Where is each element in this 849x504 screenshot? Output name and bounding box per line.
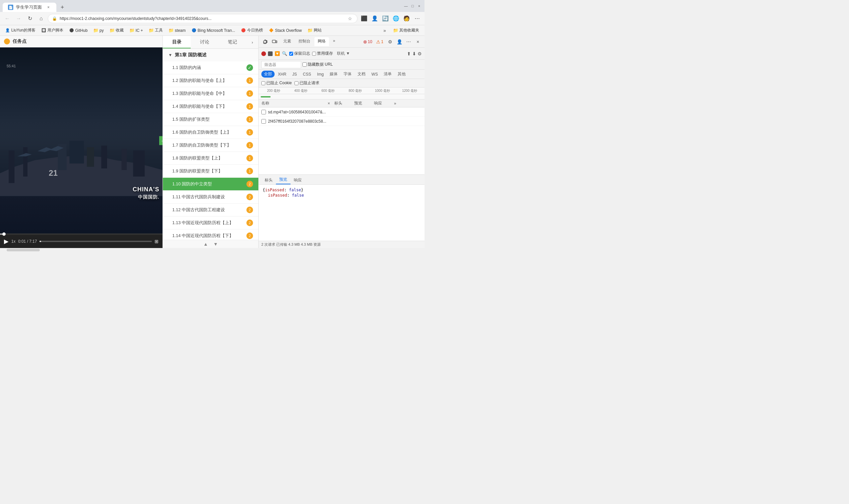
bookmark-liuyun[interactable]: 👤 LiuYun的博客	[3, 26, 38, 35]
star-icon[interactable]: ☆	[347, 15, 353, 22]
lesson-1-10[interactable]: 1.10 国防的中立类型 2	[163, 178, 258, 191]
dt-tab-network[interactable]: 网络	[314, 37, 329, 46]
type-filter-xhr[interactable]: XHR	[275, 71, 289, 77]
bookmark-py[interactable]: 📁 py	[91, 27, 106, 34]
detail-tab-headers[interactable]: 标头	[261, 176, 276, 184]
bookmark-collection[interactable]: 📁 收藏	[107, 26, 126, 35]
detail-tab-response[interactable]: 响应	[290, 176, 305, 184]
bottom-scrollbar[interactable]	[0, 248, 424, 252]
devtools-close-button[interactable]: ×	[414, 38, 422, 46]
video-progress-bar[interactable]	[0, 233, 163, 235]
play-button[interactable]: ▶	[4, 238, 8, 245]
lesson-1-1[interactable]: 1.1 国防的内涵 ✓	[163, 61, 258, 74]
search-icon[interactable]: 🔍	[282, 51, 287, 56]
video-container[interactable]: 55:41 CHINA'S 中国国防. 21 ◁	[0, 48, 163, 233]
bookmark-github[interactable]: ⚫ GitHub	[67, 27, 90, 34]
bookmark-bing[interactable]: 🔵 Bing Microsoft Tran...	[189, 27, 238, 34]
back-button[interactable]: ←	[3, 14, 12, 23]
menu-button[interactable]: ⋯	[413, 14, 422, 23]
preserve-log-input[interactable]	[289, 52, 293, 56]
lesson-1-6[interactable]: 1.6 国防的自卫防御类型【上】 1	[163, 126, 258, 139]
translate-button[interactable]: 🌐	[391, 14, 401, 23]
type-filter-font[interactable]: 字体	[341, 71, 354, 77]
tab-notes[interactable]: 笔记	[219, 36, 247, 49]
bottom-scroll-thumb[interactable]	[7, 249, 40, 251]
side-tab[interactable]: ◁	[159, 136, 163, 145]
bookmark-web[interactable]: 📁 网站	[305, 26, 324, 35]
row2-checkbox[interactable]	[261, 119, 266, 124]
bookmark-tools[interactable]: 📁 工具	[146, 26, 165, 35]
tab-discussion[interactable]: 讨论	[191, 36, 219, 49]
speed-display[interactable]: 1x	[11, 239, 16, 244]
network-settings-icon[interactable]: ⚙	[417, 51, 422, 56]
dt-tab-more[interactable]: »	[330, 37, 339, 46]
lesson-1-14[interactable]: 1.14 中国近现代国防历程【下】 2	[163, 230, 258, 240]
bookmark-stackoverflow[interactable]: 🔶 Stack Overflow	[266, 27, 304, 34]
filter-input[interactable]	[261, 61, 301, 68]
lesson-1-13[interactable]: 1.13 中国近现代国防历程【上】 2	[163, 217, 258, 230]
forward-button[interactable]: →	[14, 14, 23, 23]
disable-cache-input[interactable]	[312, 52, 316, 56]
lesson-1-7[interactable]: 1.7 国防的自卫防御类型【下】 1	[163, 139, 258, 152]
sync-button[interactable]: 🔄	[381, 14, 390, 23]
inspect-element-button[interactable]	[261, 38, 269, 46]
upload-icon[interactable]: ⬆	[407, 51, 411, 56]
bookmarks-more-button[interactable]: »	[381, 26, 389, 35]
blocked-requests-checkbox[interactable]: 已阻止请求	[294, 80, 319, 86]
devtools-more-button[interactable]: ⋯	[404, 38, 413, 46]
address-bar[interactable]: 🔒 https://mooc1-2.chaoxing.com/mycourse/…	[48, 14, 358, 23]
row1-checkbox[interactable]	[261, 110, 266, 114]
type-filter-all[interactable]: 全部	[261, 71, 275, 77]
detail-tab-preview[interactable]: 预览	[276, 175, 290, 184]
devtools-dock-button[interactable]: 👤	[395, 38, 403, 46]
chapter-collapse-button[interactable]: ▼	[168, 53, 172, 57]
type-filter-img[interactable]: Img	[314, 71, 326, 77]
disable-cache-checkbox[interactable]: 禁用缓存	[312, 51, 333, 56]
fullscreen-button[interactable]: ⊞	[155, 239, 159, 244]
type-filter-manifest[interactable]: 清单	[381, 71, 394, 77]
download-icon[interactable]: ⬇	[412, 51, 416, 56]
blocked-cookies-checkbox[interactable]: 已阻止 Cookie	[261, 80, 292, 86]
dt-tab-console[interactable]: 控制台	[295, 37, 314, 46]
blocked-requests-input[interactable]	[294, 81, 299, 85]
bookmark-other[interactable]: 📁 其他收藏夹	[391, 26, 422, 35]
tab-catalog[interactable]: 目录	[163, 36, 191, 49]
close-button[interactable]: ×	[417, 3, 422, 8]
hide-data-url-input[interactable]	[303, 62, 307, 67]
lesson-1-4[interactable]: 1.4 国防的职能与使命【下】 1	[163, 100, 258, 113]
record-button[interactable]	[261, 51, 266, 56]
lesson-1-12[interactable]: 1.12 中国古代国防工程建设 2	[163, 203, 258, 217]
profile-button[interactable]: 👤	[370, 14, 379, 23]
lesson-1-11[interactable]: 1.11 中国古代国防兵制建设 2	[163, 191, 258, 203]
lesson-1-8[interactable]: 1.8 国防的联盟类型【上】 1	[163, 152, 258, 165]
progress-area[interactable]	[39, 241, 152, 242]
lesson-1-9[interactable]: 1.9 国防的联盟类型【下】 1	[163, 165, 258, 178]
preserve-log-checkbox[interactable]: 保留日志	[289, 51, 310, 56]
network-row-2[interactable]: 2f457ff0164f3207087e8803c58...	[259, 117, 424, 126]
hide-data-url-checkbox[interactable]: 隐藏数据 URL	[303, 62, 332, 67]
network-row-1[interactable]: sd.mp4?at=16058643010047&...	[259, 107, 424, 117]
lesson-1-5[interactable]: 1.5 国防的扩张类型 1	[163, 113, 258, 126]
type-filter-media[interactable]: 媒体	[327, 71, 340, 77]
scroll-up-button[interactable]: ▲	[203, 241, 208, 247]
online-button[interactable]: 联机 ▼	[335, 50, 352, 57]
filter-icon[interactable]: 🔽	[275, 51, 280, 56]
device-toolbar-button[interactable]	[271, 38, 278, 46]
dt-tab-elements[interactable]: 元素	[280, 37, 294, 46]
extensions-button[interactable]: ⬛	[360, 14, 369, 23]
blocked-cookies-input[interactable]	[261, 81, 265, 85]
type-filter-js[interactable]: JS	[290, 71, 300, 77]
devtools-settings-button[interactable]: ⚙	[386, 38, 394, 46]
lesson-1-3[interactable]: 1.3 国防的职能与使命【中】 1	[163, 87, 258, 100]
scroll-down-button[interactable]: ▼	[213, 241, 218, 247]
new-tab-button[interactable]: +	[58, 3, 67, 12]
bookmark-steam[interactable]: 📁 steam	[166, 27, 188, 34]
home-button[interactable]: ⌂	[36, 14, 46, 23]
bookmark-userscript[interactable]: 🔲 用户脚本	[39, 26, 66, 35]
type-filter-doc[interactable]: 文档	[355, 71, 368, 77]
lesson-1-2[interactable]: 1.2 国防的职能与使命【上】 1	[163, 74, 258, 87]
minimize-button[interactable]: —	[403, 3, 409, 8]
refresh-button[interactable]: ↻	[25, 14, 35, 23]
tab-close-button[interactable]: ×	[46, 5, 51, 10]
bookmark-ic[interactable]: 📁 IC +	[127, 27, 146, 34]
